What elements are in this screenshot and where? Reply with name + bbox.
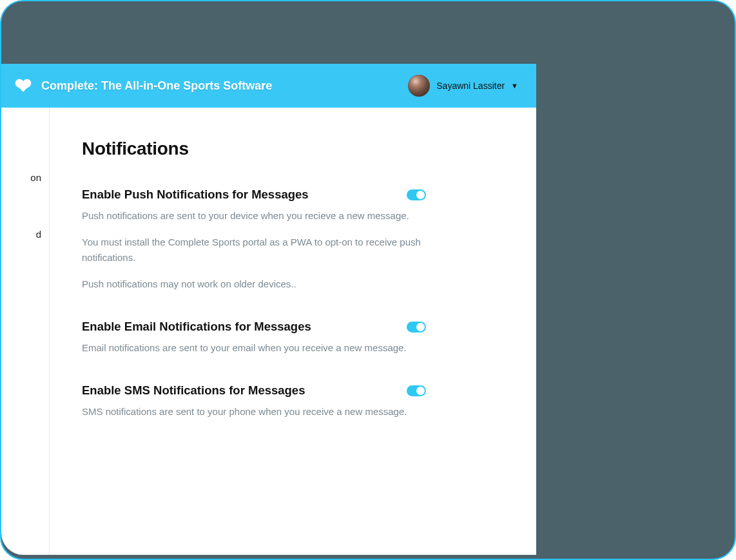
user-name: Sayawni Lassiter	[436, 81, 505, 91]
setting-desc: SMS notifications are sent to your phone…	[82, 404, 426, 419]
setting-title: Enable SMS Notifications for Messages	[82, 383, 305, 398]
butterfly-icon	[14, 79, 32, 93]
sidebar-item-1[interactable]: d	[1, 222, 49, 279]
logo-block[interactable]: Complete: The All-in-One Sports Software	[14, 79, 272, 93]
sidebar-item-0[interactable]: on	[1, 166, 49, 222]
sidebar-item-label: d	[36, 229, 41, 240]
setting-title: Enable Push Notifications for Messages	[82, 188, 309, 202]
setting-note: You must install the Complete Sports por…	[82, 235, 426, 265]
user-menu[interactable]: Sayawni Lassiter ▼	[408, 75, 518, 97]
setting-note: Push notifications may not work on older…	[82, 276, 426, 291]
setting-head: Enable SMS Notifications for Messages	[82, 383, 426, 398]
app-window: Complete: The All-in-One Sports Software…	[1, 64, 536, 555]
page-title: Notifications	[82, 139, 426, 159]
device-frame: Complete: The All-in-One Sports Software…	[0, 0, 736, 560]
setting-desc: Push notifications are sent to your devi…	[82, 208, 426, 223]
toggle-sms[interactable]	[407, 385, 426, 396]
toggle-push[interactable]	[407, 189, 426, 200]
setting-head: Enable Email Notifications for Messages	[82, 320, 426, 334]
setting-sms: Enable SMS Notifications for Messages SM…	[82, 383, 426, 419]
sidebar-item-label: on	[30, 172, 41, 183]
setting-email: Enable Email Notifications for Messages …	[82, 320, 426, 355]
setting-desc: Email notifications are sent to your ema…	[82, 340, 426, 355]
chevron-down-icon: ▼	[511, 82, 518, 90]
sidebar: on d	[1, 108, 50, 555]
app-header: Complete: The All-in-One Sports Software…	[1, 64, 536, 108]
avatar	[408, 75, 430, 97]
body: on d Notifications Enable Push Notificat…	[1, 108, 536, 555]
setting-push: Enable Push Notifications for Messages P…	[82, 188, 426, 291]
toggle-email[interactable]	[407, 322, 426, 333]
setting-head: Enable Push Notifications for Messages	[82, 188, 426, 202]
app-title: Complete: The All-in-One Sports Software	[41, 79, 272, 93]
main-content: Notifications Enable Push Notifications …	[50, 108, 465, 555]
setting-title: Enable Email Notifications for Messages	[82, 320, 311, 334]
